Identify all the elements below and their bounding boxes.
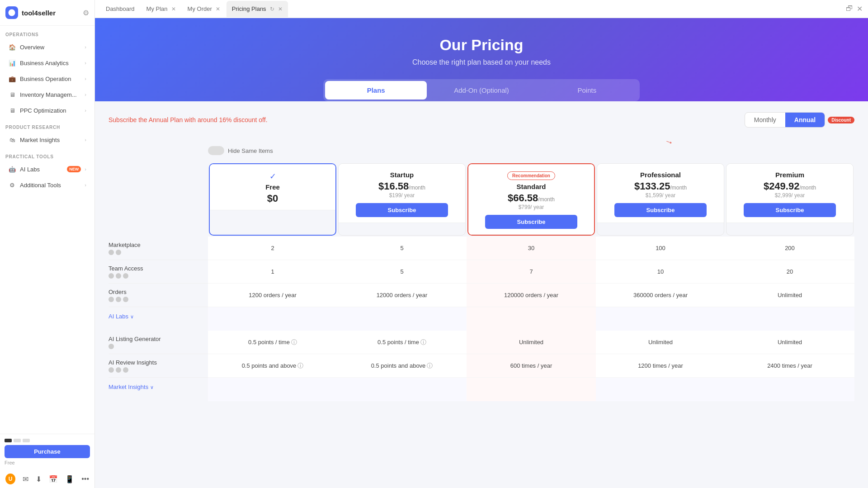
ai-section-professional (596, 307, 725, 331)
sidebar-item-ppc[interactable]: 🖥 PPC Optimization › (3, 103, 92, 118)
subscribe-button-professional[interactable]: Subscribe (614, 203, 707, 217)
marketplace-startup: 5 (337, 237, 467, 260)
avatar[interactable]: U (5, 474, 15, 484)
tab-my-plan[interactable]: My Plan ✕ (141, 1, 181, 17)
main-content: Dashboard My Plan ✕ My Order ✕ Pricing P… (95, 0, 868, 488)
subscribe-button-premium[interactable]: Subscribe (744, 203, 836, 217)
ai-listing-standard: Unlimited (467, 331, 596, 354)
tab-dashboard[interactable]: Dashboard (100, 1, 140, 17)
team-access-icons (108, 273, 208, 279)
plan-bar (5, 439, 90, 442)
subscribe-button-standard[interactable]: Subscribe (485, 215, 577, 229)
plan-col-professional: Professional $133.25/month $1,599/ year … (597, 163, 724, 236)
tab-my-order-close[interactable]: ✕ (216, 6, 220, 12)
market-insights-section: Market Insights ∨ (108, 378, 208, 401)
ai-review-free: 0.5 points and above ⓘ (208, 354, 337, 378)
sidebar-item-market-insights[interactable]: 🛍 Market Insights › (3, 132, 92, 147)
mi-section-professional (596, 378, 725, 401)
hide-items-label: Hide Same Items (228, 147, 273, 154)
marketplace-standard: 30 (467, 237, 596, 260)
plan-name-standard: Standard (474, 183, 589, 190)
team-free: 1 (208, 260, 337, 284)
marketplace-icons (108, 250, 208, 255)
tab-my-order-label: My Order (188, 5, 212, 12)
orders-premium: Unlimited (725, 284, 854, 307)
pricing-tab-addon[interactable]: Add-On (Optional) (430, 81, 532, 99)
chevron-icon: › (85, 108, 86, 113)
pricing-subtitle: Choose the right plan based on your need… (104, 58, 859, 66)
subscribe-button-startup[interactable]: Subscribe (356, 203, 448, 217)
new-badge: NEW (67, 166, 81, 172)
billing-row: Subscribe the Annual Plan with around 16… (108, 112, 854, 128)
mail-icon[interactable]: ✉ (23, 475, 28, 483)
plan-price-startup: $16.58/month (344, 180, 460, 192)
plan-header-startup: Startup $16.58/month $199/ year Subscrib… (339, 164, 465, 223)
ppc-icon: 🖥 (8, 106, 16, 114)
pricing-tab-plans[interactable]: Plans (325, 81, 427, 99)
sidebar-item-business-operation[interactable]: 💼 Business Operation › (3, 71, 92, 86)
tab-pricing-plans-close[interactable]: ✕ (278, 6, 283, 12)
plan-year-startup: $199/ year (344, 192, 460, 199)
ai-review-standard: 600 times / year (467, 354, 596, 378)
mi-section-standard (467, 378, 596, 401)
pricing-tab-points[interactable]: Points (536, 81, 638, 99)
plan-dots (5, 439, 30, 442)
plan-price-premium: $249.92/month (732, 180, 848, 192)
ai-labs-chevron[interactable]: ∨ (130, 314, 134, 319)
purchase-button[interactable]: Purchase (5, 445, 90, 458)
plan-year-standard: $799/ year (474, 204, 589, 210)
mi-section-free (208, 378, 337, 401)
plan-dot-2 (14, 439, 21, 442)
chevron-icon: › (85, 92, 86, 97)
plan-header-free: ✓ Free $0 (210, 164, 335, 210)
plan-col-premium: Premium $249.92/month $2,999/ year Subsc… (726, 163, 854, 236)
tools-icon: ⚙ (8, 181, 16, 189)
sidebar-bottom: Purchase Free (0, 434, 94, 470)
orders-professional: 360000 orders / year (596, 284, 725, 307)
market-insights-link[interactable]: Market Insights (108, 384, 148, 390)
info-icon-startup: ⓘ (420, 338, 426, 346)
ai-listing-professional: Unlimited (596, 331, 725, 354)
section-label-practical-tools: PRACTICAL TOOLS (0, 148, 94, 161)
sidebar-item-ai-labs[interactable]: 🤖 AI Labs NEW › (3, 161, 92, 177)
more-icon[interactable]: ••• (81, 475, 89, 483)
sidebar-item-additional-tools[interactable]: ⚙ Additional Tools › (3, 177, 92, 193)
plan-name-premium: Premium (732, 171, 848, 179)
billing-toggle-container: Monthly Annual Discount (745, 112, 854, 128)
plan-name-free: Free (215, 183, 330, 191)
plan-header-standard: Recommendation Standard $66.58/month $79… (468, 164, 594, 235)
logo-text: tool4seller (22, 9, 56, 17)
sidebar-item-business-analytics[interactable]: 📊 Business Analytics › (3, 55, 92, 71)
phone-icon[interactable]: 📱 (65, 475, 74, 483)
ai-listing-icons (108, 344, 208, 349)
chevron-icon: › (85, 137, 86, 142)
home-icon: 🏠 (8, 43, 16, 51)
market-insights-chevron[interactable]: ∨ (150, 384, 154, 390)
tab-pricing-plans-refresh[interactable]: ↻ (270, 6, 274, 12)
plan-year-premium: $2,999/ year (732, 192, 848, 199)
window-minimize-icon[interactable]: 🗗 (846, 5, 853, 13)
window-close-icon[interactable]: ✕ (857, 5, 863, 13)
tab-pricing-plans[interactable]: Pricing Plans ↻ ✕ (226, 1, 288, 17)
feature-team-access: Team Access (108, 260, 208, 284)
billing-monthly[interactable]: Monthly (745, 113, 785, 127)
tab-dashboard-label: Dashboard (106, 5, 135, 12)
hide-items-toggle[interactable] (208, 146, 224, 155)
team-standard: 7 (467, 260, 596, 284)
sidebar-item-overview[interactable]: 🏠 Overview › (3, 39, 92, 55)
ai-labs-link[interactable]: AI Labs (108, 313, 128, 320)
download-icon[interactable]: ⬇ (36, 475, 42, 483)
calendar-icon[interactable]: 📅 (49, 475, 58, 483)
inventory-icon: 🖥 (8, 90, 16, 99)
gear-icon[interactable]: ⚙ (83, 9, 89, 17)
tab-my-order[interactable]: My Order ✕ (182, 1, 226, 17)
plan-name-startup: Startup (344, 171, 460, 179)
plan-price-professional: $133.25/month (603, 180, 718, 192)
sidebar-section-operations: OPERATIONS 🏠 Overview › 📊 Business Analy… (0, 26, 94, 118)
sidebar-item-inventory[interactable]: 🖥 Inventory Managem... › (3, 87, 92, 102)
tab-my-plan-close[interactable]: ✕ (171, 6, 176, 12)
pricing-banner: Our Pricing Choose the right plan based … (95, 18, 868, 101)
billing-annual[interactable]: Annual (785, 113, 825, 127)
marketplace-premium: 200 (725, 237, 854, 260)
orders-icons (108, 297, 208, 302)
